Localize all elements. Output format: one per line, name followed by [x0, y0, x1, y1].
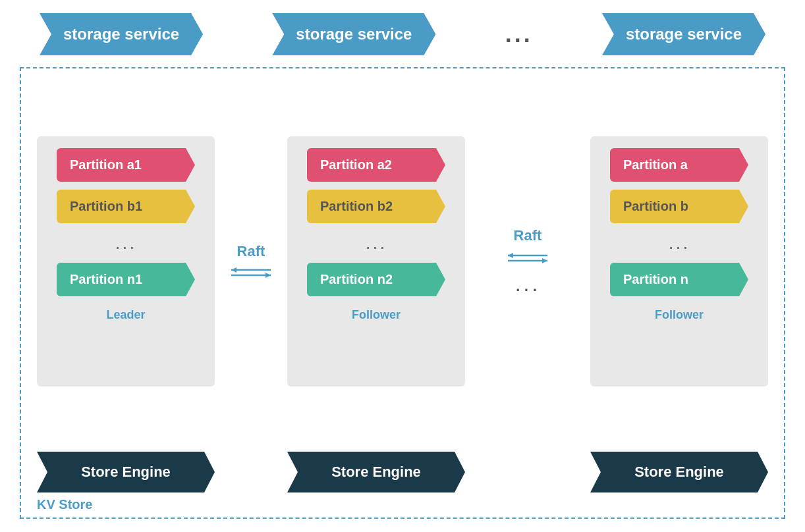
storage-service-label-1: storage service	[63, 25, 179, 43]
leader-label: Leader	[106, 308, 145, 322]
raft-area-1: Raft	[215, 243, 287, 280]
svg-marker-5	[508, 253, 513, 258]
node2-dots: ...	[366, 232, 387, 253]
top-row: storage service storage service ... stor…	[20, 13, 785, 55]
top-dots: ...	[505, 20, 533, 48]
svg-marker-3	[265, 273, 271, 278]
main-container: Partition a1 Partition b1 ... Partition …	[20, 67, 785, 519]
partition-a: Partition a	[610, 148, 748, 182]
storage-service-label-3: storage service	[626, 25, 742, 43]
store-engine-label-2: Store Engine	[331, 464, 421, 480]
store-engine-1: Store Engine	[37, 452, 215, 492]
partition-n: Partition n	[610, 263, 748, 296]
raft-arrow-1	[225, 265, 277, 280]
partition-b: Partition b	[610, 190, 748, 223]
raft-label-1: Raft	[237, 243, 265, 260]
follower-label-1: Follower	[352, 308, 401, 322]
engines-row: Store Engine Store Engine Store Engine	[37, 452, 768, 492]
storage-service-3: storage service	[602, 13, 765, 55]
middle-dots: ...	[515, 272, 541, 296]
node-follower-1: Partition a2 Partition b2 ... Partition …	[287, 136, 465, 386]
node1-dots: ...	[115, 232, 136, 253]
partition-b2: Partition b2	[307, 190, 445, 223]
follower-label-2: Follower	[655, 308, 704, 322]
partition-a2: Partition a2	[307, 148, 445, 182]
partition-n1: Partition n1	[57, 263, 195, 296]
raft-label-2: Raft	[514, 227, 542, 244]
raft-middle-area: Raft ...	[465, 227, 590, 296]
kv-store-label: KV Store	[37, 497, 92, 512]
node-follower-2: Partition a Partition b ... Partition n …	[590, 136, 768, 386]
store-engine-3: Store Engine	[590, 452, 768, 492]
svg-marker-7	[542, 258, 547, 263]
storage-service-1: storage service	[40, 13, 203, 55]
partition-n2: Partition n2	[307, 263, 445, 296]
storage-service-2: storage service	[272, 13, 435, 55]
store-engine-label-3: Store Engine	[634, 464, 724, 480]
raft-arrow-2	[501, 251, 554, 265]
storage-service-label-2: storage service	[296, 25, 412, 43]
svg-marker-1	[231, 267, 236, 273]
node3-dots: ...	[669, 232, 690, 253]
store-engine-label-1: Store Engine	[81, 464, 171, 480]
node-leader: Partition a1 Partition b1 ... Partition …	[37, 136, 215, 386]
raft-dots-row	[501, 251, 554, 265]
nodes-row: Partition a1 Partition b1 ... Partition …	[37, 82, 768, 441]
partition-a1: Partition a1	[57, 148, 195, 182]
store-engine-2: Store Engine	[287, 452, 465, 492]
partition-b1: Partition b1	[57, 190, 195, 223]
